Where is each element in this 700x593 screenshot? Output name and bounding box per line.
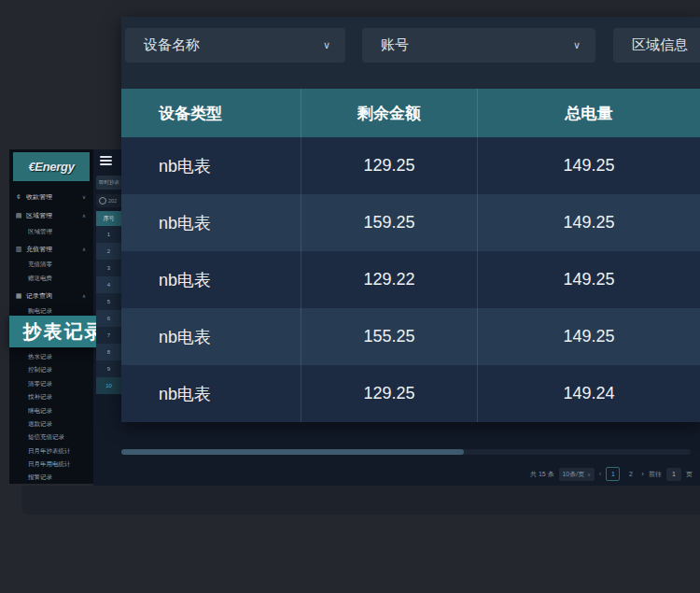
hamburger-menu-icon[interactable] [100, 156, 112, 165]
sidebar-item-sms-recharge-record[interactable]: 短信充值记录 [28, 431, 91, 443]
cell-total-power: 149.25 [477, 308, 700, 365]
select-placeholder: 账号 [381, 36, 409, 54]
sidebar-group-label: 区域管理 [26, 211, 52, 220]
sidebar-group-records[interactable]: ▦ 记录查询 ∧ [15, 289, 90, 302]
table-row: nb电表 129.25 149.25 [121, 137, 700, 194]
header-total-power: 总电量 [477, 89, 700, 137]
cell-total-power: 149.24 [477, 365, 700, 422]
app-strip: 即时抄表 202 序号 1 2 3 4 5 6 7 8 9 10 [93, 149, 121, 486]
sidebar-group-label: 充值管理 [26, 245, 52, 254]
sidebar-item-relay-record[interactable]: 继电记录 [28, 405, 91, 417]
sidebar-item-refund-record[interactable]: 退款记录 [28, 418, 91, 430]
sidebar-item-region-manage[interactable]: 区域管理 [28, 226, 91, 237]
date-picker-fragment[interactable]: 202 [96, 194, 121, 207]
sidebar-item-clear-record[interactable]: 清零记录 [28, 378, 91, 389]
table-header-row: 设备类型 剩余金额 总电量 [121, 89, 700, 137]
table-row-number: 7 [96, 327, 121, 344]
cell-device-type: nb电表 [121, 251, 301, 308]
records-icon: ▦ [15, 292, 22, 300]
meter-table: 设备类型 剩余金额 总电量 nb电表 129.25 149.25 nb电表 15… [121, 89, 700, 422]
horizontal-scrollbar-thumb[interactable] [121, 449, 464, 455]
header-device-type: 设备类型 [121, 89, 301, 137]
region-icon: ▤ [15, 212, 22, 219]
page-button-2[interactable]: 2 [624, 468, 637, 480]
table-row-number: 4 [96, 276, 121, 293]
logo: €Energy [13, 152, 90, 181]
sidebar-group-recharge[interactable]: ▥ 充值管理 ∧ [15, 243, 90, 255]
magnifier-overlay: 设备名称 ∨ 账号 ∨ 区域信息 设备类型 剩余金额 总电量 nb电表 129.… [121, 17, 700, 422]
table-row-number: 3 [96, 260, 121, 276]
chevron-up-icon: ∧ [82, 247, 86, 252]
sidebar-item-recharge-clear[interactable]: 充值清零 [28, 259, 91, 270]
chevron-up-icon: ∧ [82, 213, 86, 219]
page-button-1[interactable]: 1 [606, 467, 620, 481]
serial-column-header: 序号 [96, 211, 121, 226]
sidebar-item-meter-stats[interactable]: 日月年抄表统计 [28, 445, 91, 457]
cell-total-power: 149.25 [477, 137, 700, 194]
table-row-number: 1 [96, 226, 121, 243]
table-row-number: 6 [96, 310, 121, 327]
sidebar-group-label: 记录查询 [26, 291, 52, 301]
cell-device-type: nb电表 [121, 137, 301, 194]
app-bottom-shadow [21, 486, 700, 515]
cell-device-type: nb电表 [121, 308, 301, 365]
device-name-select[interactable]: 设备名称 ∨ [125, 28, 345, 63]
cell-total-power: 149.25 [477, 194, 700, 251]
sidebar-item-usage-stats[interactable]: 日月年用电统计 [28, 459, 91, 470]
table-row: nb电表 129.22 149.25 [121, 251, 700, 308]
recharge-icon: ▥ [15, 246, 22, 253]
cell-remaining-amount: 159.25 [301, 194, 477, 251]
chevron-up-icon: ∧ [82, 293, 86, 299]
cell-remaining-amount: 129.22 [301, 251, 477, 308]
table-row-number: 2 [96, 243, 121, 260]
account-select[interactable]: 账号 ∨ [362, 28, 595, 63]
screen: €Energy ¢ 收款管理 ∨ ▤ 区域管理 ∧ 区域管理 ▥ 充值管理 ∧ … [0, 0, 700, 593]
select-placeholder: 设备名称 [144, 36, 200, 54]
sidebar-group-payment[interactable]: ¢ 收款管理 ∨ [15, 191, 90, 203]
date-value: 202 [108, 198, 117, 204]
sidebar-item-gift-fee[interactable]: 赠送电费 [28, 273, 91, 284]
money-icon: ¢ [15, 193, 22, 200]
chevron-down-icon: ∨ [573, 39, 581, 51]
goto-page-input[interactable]: 1 [666, 468, 681, 481]
table-row: nb电表 159.25 149.25 [121, 194, 700, 251]
table-row: nb电表 155.25 149.25 [121, 308, 700, 365]
goto-label: 前往 [649, 470, 662, 479]
sidebar-item-alarm-record[interactable]: 报警记录 [28, 472, 91, 483]
sidebar-group-region[interactable]: ▤ 区域管理 ∧ [15, 209, 90, 221]
sidebar-group-label: 收款管理 [26, 192, 52, 202]
table-row-number: 5 [96, 293, 121, 310]
sidebar-item-control-record[interactable]: 控制记录 [28, 364, 91, 375]
table-row-number: 9 [96, 360, 121, 377]
chevron-down-icon: ∨ [587, 472, 591, 477]
region-info-select[interactable]: 区域信息 [613, 28, 700, 63]
next-page-button[interactable]: › [641, 470, 644, 478]
prev-page-button[interactable]: ‹ [599, 470, 602, 478]
cell-device-type: nb电表 [121, 365, 301, 422]
total-count: 共 15 条 [530, 470, 554, 479]
sidebar-item-hotwater-record[interactable]: 热水记录 [28, 351, 91, 362]
header-remaining-amount: 剩余金额 [301, 89, 477, 137]
cell-device-type: nb电表 [121, 194, 301, 251]
sidebar-item-adjust-record[interactable]: 找补记录 [28, 391, 91, 402]
clock-icon [99, 197, 106, 205]
cell-remaining-amount: 129.25 [301, 365, 477, 422]
pagination: 共 15 条 10条/页 ∨ ‹ 1 2 › 前往 1 页 [530, 467, 693, 481]
table-row: nb电表 129.25 149.24 [121, 365, 700, 422]
chevron-down-icon: ∨ [82, 194, 86, 200]
page-size-select[interactable]: 10条/页 ∨ [559, 468, 595, 481]
cell-remaining-amount: 129.25 [301, 137, 477, 194]
table-row-number-active: 10 [96, 377, 121, 394]
instant-read-button[interactable]: 即时抄表 [96, 176, 121, 190]
table-row-number: 8 [96, 344, 121, 360]
select-placeholder: 区域信息 [632, 36, 688, 54]
cell-total-power: 149.25 [477, 251, 700, 308]
goto-unit: 页 [686, 470, 693, 479]
cell-remaining-amount: 155.25 [301, 308, 477, 365]
chevron-down-icon: ∨ [323, 39, 330, 51]
page-size-value: 10条/页 [562, 470, 584, 479]
